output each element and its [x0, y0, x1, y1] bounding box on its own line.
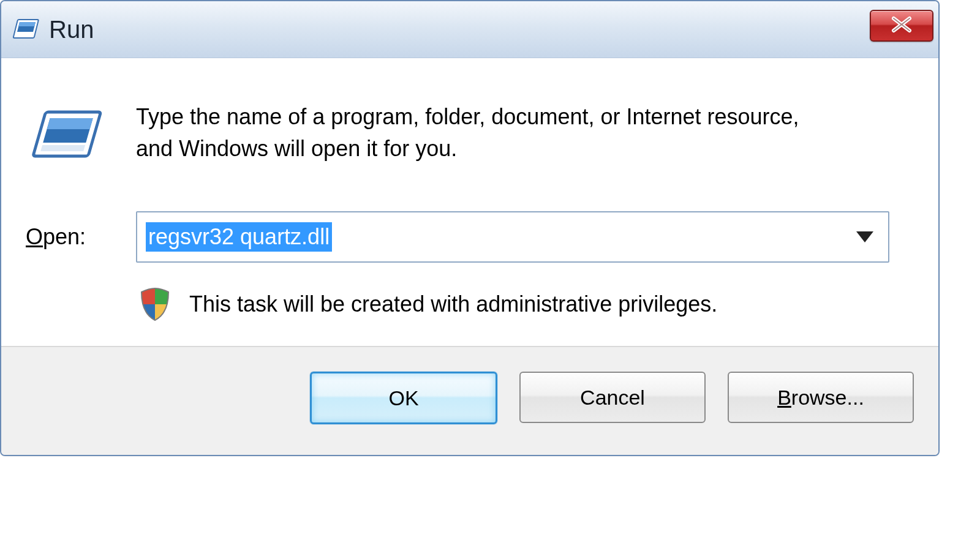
- cancel-button-label: Cancel: [580, 386, 645, 410]
- browse-button[interactable]: Browse...: [728, 372, 914, 423]
- svg-rect-2: [18, 22, 36, 26]
- run-dialog: Run: [0, 0, 940, 456]
- shield-icon: [139, 287, 171, 321]
- dialog-description: Type the name of a program, folder, docu…: [136, 101, 810, 165]
- dialog-title: Run: [49, 16, 94, 43]
- close-button[interactable]: [870, 10, 933, 42]
- run-icon: [12, 17, 39, 42]
- cancel-button[interactable]: Cancel: [519, 372, 706, 423]
- dialog-body: Type the name of a program, folder, docu…: [1, 58, 938, 346]
- svg-rect-9: [47, 118, 93, 129]
- open-label: Open:: [26, 224, 118, 250]
- ok-button-label: OK: [388, 386, 418, 410]
- ok-button[interactable]: OK: [310, 372, 497, 424]
- browse-button-label: Browse...: [777, 386, 864, 410]
- open-combobox[interactable]: regsvr32 quartz.dll: [136, 211, 889, 263]
- svg-rect-10: [40, 145, 85, 151]
- open-input-value[interactable]: regsvr32 quartz.dll: [146, 222, 332, 252]
- dialog-footer: OK Cancel Browse...: [1, 346, 938, 455]
- run-icon-large: [32, 105, 105, 168]
- close-icon: [888, 15, 916, 36]
- chevron-down-icon[interactable]: [856, 231, 873, 242]
- admin-privileges-note: This task will be created with administr…: [189, 291, 717, 317]
- titlebar[interactable]: Run: [1, 1, 938, 58]
